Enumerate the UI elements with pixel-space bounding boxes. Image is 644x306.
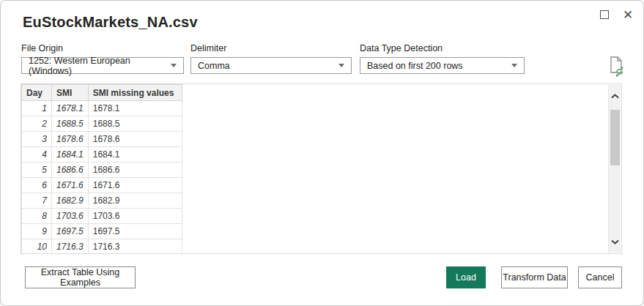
file-origin-value: 1252: Western European (Windows) (29, 56, 165, 76)
table-row: 81703.61703.6 (22, 209, 182, 224)
table-cell: 1671.6 (52, 178, 89, 193)
table-cell: 1686.6 (52, 163, 89, 178)
transform-data-button[interactable]: Transform Data (501, 266, 568, 288)
table-cell: 1678.1 (88, 101, 182, 116)
cancel-button[interactable]: Cancel (578, 266, 622, 288)
table-cell: 1697.5 (88, 224, 182, 239)
table-cell: 1688.5 (88, 116, 182, 132)
table-cell: 1716.3 (88, 239, 182, 255)
table-row: 61671.61671.6 (22, 178, 182, 193)
table-row: 91697.51697.5 (22, 224, 182, 239)
load-button[interactable]: Load (446, 266, 486, 288)
table-cell: 6 (22, 178, 52, 193)
table-cell: 1688.5 (52, 116, 89, 132)
table-cell: 2 (22, 116, 52, 132)
scroll-up-button[interactable] (609, 89, 621, 102)
data-type-detection-value: Based on first 200 rows (367, 61, 463, 71)
chevron-down-icon (171, 64, 177, 67)
table-cell: 7 (22, 193, 52, 209)
maximize-icon (600, 10, 609, 19)
delimiter-value: Comma (198, 61, 230, 71)
file-origin-label: File Origin (21, 43, 184, 53)
file-origin-select[interactable]: 1252: Western European (Windows) (21, 57, 184, 74)
table-cell: 1678.6 (52, 132, 89, 147)
table-cell: 4 (22, 147, 52, 163)
refresh-file-icon (607, 55, 626, 77)
column-header: SMI (52, 85, 89, 101)
data-type-detection-field: Data Type Detection Based on first 200 r… (360, 43, 525, 74)
scroll-down-button[interactable] (609, 235, 621, 248)
delimiter-select[interactable]: Comma (190, 57, 352, 74)
table-cell: 1686.6 (88, 163, 182, 178)
table-row: 41684.11684.1 (22, 147, 182, 163)
table-cell: 5 (22, 163, 52, 178)
table-cell: 1684.1 (88, 147, 182, 163)
table-cell: 1682.9 (88, 193, 182, 209)
table-row: 51686.61686.6 (22, 163, 182, 178)
table-cell: 8 (22, 209, 52, 224)
table-cell: 3 (22, 132, 52, 147)
maximize-button[interactable] (596, 7, 612, 23)
chevron-down-icon (611, 239, 619, 245)
table-header-row: DaySMISMI missing values (22, 85, 182, 101)
table-body: 11678.11678.121688.51688.531678.61678.64… (22, 101, 182, 255)
table-cell: 1678.6 (88, 132, 182, 147)
vertical-scrollbar[interactable] (608, 85, 621, 253)
delimiter-field: Delimiter Comma (190, 43, 352, 74)
data-type-detection-label: Data Type Detection (360, 43, 525, 53)
column-header: Day (22, 85, 52, 101)
close-button[interactable]: ✕ (620, 7, 636, 23)
chevron-down-icon (511, 64, 517, 67)
table-cell: 1703.6 (52, 209, 89, 224)
table-cell: 1682.9 (52, 193, 89, 209)
table-cell: 1703.6 (88, 209, 182, 224)
delimiter-label: Delimiter (190, 43, 352, 53)
data-preview-table: DaySMISMI missing values 11678.11678.121… (21, 84, 182, 254)
table-cell: 1716.3 (52, 239, 89, 255)
table-row: 71682.91682.9 (22, 193, 182, 209)
dialog-title: EuStockMarkets_NA.csv (23, 14, 198, 31)
file-origin-field: File Origin 1252: Western European (Wind… (21, 43, 184, 74)
table-cell: 1671.6 (88, 178, 182, 193)
table-row: 21688.51688.5 (22, 116, 182, 132)
close-icon: ✕ (623, 9, 633, 21)
table-row: 11678.11678.1 (22, 101, 182, 116)
column-header: SMI missing values (88, 85, 182, 101)
chevron-up-icon (611, 94, 619, 99)
table-cell: 10 (22, 239, 52, 255)
data-type-detection-select[interactable]: Based on first 200 rows (360, 57, 525, 74)
table-cell: 9 (22, 224, 52, 239)
refresh-preview-button[interactable] (607, 55, 626, 77)
scrollbar-thumb[interactable] (610, 110, 620, 165)
csv-import-dialog: EuStockMarkets_NA.csv ✕ File Origin 1252… (0, 0, 644, 306)
window-controls: ✕ (596, 7, 636, 23)
extract-table-using-examples-button[interactable]: Extract Table Using Examples (25, 266, 136, 288)
table-cell: 1697.5 (52, 224, 89, 239)
table-cell: 1678.1 (52, 101, 89, 116)
table-row: 101716.31716.3 (22, 239, 182, 255)
table-row: 31678.61678.6 (22, 132, 182, 147)
preview-pane: DaySMISMI missing values 11678.11678.121… (21, 83, 622, 254)
table-cell: 1684.1 (52, 147, 89, 163)
chevron-down-icon (338, 64, 344, 67)
table-cell: 1 (22, 101, 52, 116)
